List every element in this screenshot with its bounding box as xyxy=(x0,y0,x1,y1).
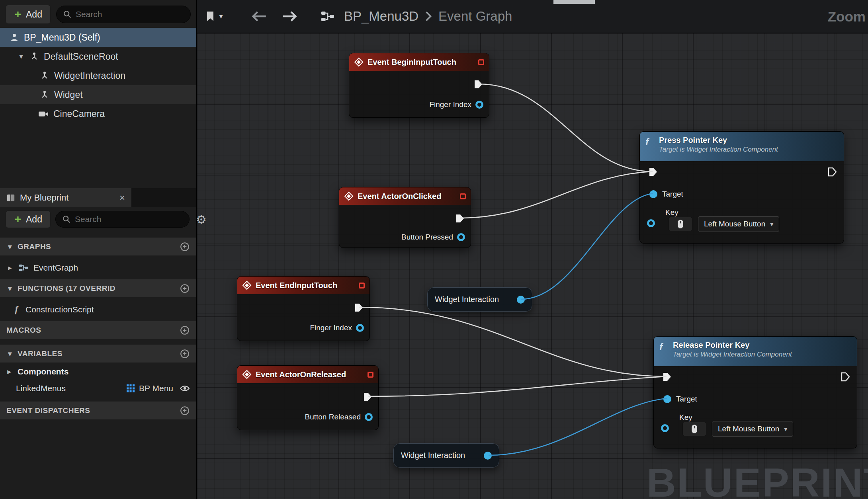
pin-label: Target xyxy=(676,395,697,403)
delegate-pin[interactable] xyxy=(368,372,373,378)
function-icon: f xyxy=(659,341,663,353)
bookmarks-button[interactable]: ▾ xyxy=(205,10,225,22)
section-graphs[interactable]: ▾ GRAPHS xyxy=(0,238,196,255)
finger-index-pin[interactable] xyxy=(475,101,483,109)
chevron-down-icon: ▾ xyxy=(770,220,773,228)
add-component-button[interactable]: Add xyxy=(6,5,51,24)
node-title: Release Pointer Key xyxy=(673,341,851,350)
key-pin[interactable] xyxy=(661,424,669,432)
tree-item-cinecamera[interactable]: CineCamera xyxy=(0,104,196,123)
wire-widgetinteraction2-to-release-target[interactable] xyxy=(489,398,667,455)
wire-widgetinteraction1-to-press-target[interactable] xyxy=(521,193,653,299)
button-released-pin[interactable] xyxy=(365,413,373,421)
pin-label: Target xyxy=(662,190,683,199)
chevron-down-icon[interactable]: ▾ xyxy=(6,242,14,251)
category-components[interactable]: ▸ Components xyxy=(0,363,196,380)
node-event-actoronreleased[interactable]: Event ActorOnReleased Button Released xyxy=(237,365,379,430)
wire-endtouch-to-releasekey[interactable] xyxy=(359,307,667,376)
wire-actorreleased-to-releasekey[interactable] xyxy=(368,376,667,396)
plus-icon xyxy=(14,10,22,18)
my-blueprint-search[interactable] xyxy=(55,211,190,228)
add-function-icon[interactable] xyxy=(180,283,190,294)
chevron-right-icon[interactable]: ▸ xyxy=(6,263,14,272)
section-functions[interactable]: ▾ FUNCTIONS (17 OVERRID xyxy=(0,279,196,297)
tree-item-defaultsceneroot[interactable]: ▾ DefaultSceneRoot xyxy=(0,47,196,66)
target-pin[interactable] xyxy=(663,395,671,403)
delegate-pin[interactable] xyxy=(359,283,365,288)
key-select-dropdown[interactable]: Left Mouse Button ▾ xyxy=(698,216,779,232)
tree-item-label: CineCamera xyxy=(53,109,105,119)
variable-linkedmenus[interactable]: LinkedMenus BP Menu xyxy=(0,380,196,397)
exec-out-pin[interactable] xyxy=(354,302,364,313)
event-graph-canvas[interactable]: BLUEPRINT Event BeginInputTouch F xyxy=(197,33,868,499)
target-pin[interactable] xyxy=(649,190,657,198)
node-widget-interaction-variable[interactable]: Widget Interaction xyxy=(427,287,532,312)
node-title: Event ActorOnReleased xyxy=(256,370,346,379)
exec-out-pin[interactable] xyxy=(827,167,837,177)
button-pressed-pin[interactable] xyxy=(457,233,465,241)
node-event-endinputtouch[interactable]: Event EndInputTouch Finger Index xyxy=(237,276,370,341)
key-pin[interactable] xyxy=(647,219,655,227)
node-press-pointer-key[interactable]: f Press Pointer Key Target is Widget Int… xyxy=(639,131,844,244)
variable-label: LinkedMenus xyxy=(16,384,66,393)
section-macros[interactable]: MACROS xyxy=(0,321,196,339)
add-event-dispatcher-icon[interactable] xyxy=(180,405,190,416)
node-event-actoronclicked[interactable]: Event ActorOnClicked Button Pressed xyxy=(339,187,471,248)
node-header: Event ActorOnReleased xyxy=(237,366,378,383)
variable-out-pin[interactable] xyxy=(484,452,492,460)
chevron-right-icon[interactable]: ▸ xyxy=(6,367,13,376)
add-macro-icon[interactable] xyxy=(180,325,190,335)
tab-my-blueprint[interactable]: My Blueprint × xyxy=(0,188,131,207)
node-widget-interaction-variable[interactable]: Widget Interaction xyxy=(393,443,499,468)
delegate-pin[interactable] xyxy=(478,59,484,65)
node-header: Event BeginInputTouch xyxy=(349,53,489,71)
chevron-down-icon[interactable]: ▾ xyxy=(6,284,14,293)
exec-out-pin[interactable] xyxy=(455,213,465,224)
wire-begintouch-to-presskey[interactable] xyxy=(479,84,653,172)
item-constructionscript[interactable]: ƒ ConstructionScript xyxy=(0,301,196,318)
add-variable-icon[interactable] xyxy=(180,349,190,359)
breadcrumb-chevron-icon xyxy=(425,10,432,22)
event-icon xyxy=(242,281,252,290)
components-search[interactable] xyxy=(56,6,191,23)
breadcrumb-event-graph[interactable]: Event Graph xyxy=(438,9,512,24)
delegate-pin[interactable] xyxy=(460,193,466,199)
add-blueprint-item-button[interactable]: Add xyxy=(6,211,51,228)
event-icon xyxy=(242,370,252,379)
add-graph-icon[interactable] xyxy=(180,242,190,252)
finger-index-pin[interactable] xyxy=(356,324,364,332)
node-release-pointer-key[interactable]: f Release Pointer Key Target is Widget I… xyxy=(653,336,857,448)
chevron-down-icon: ▾ xyxy=(784,425,787,433)
section-label: VARIABLES xyxy=(18,349,63,358)
tree-item-widget[interactable]: Widget xyxy=(0,85,196,104)
forward-button[interactable] xyxy=(281,11,298,22)
components-search-input[interactable] xyxy=(76,10,184,19)
node-event-begininputtouch[interactable]: Event BeginInputTouch Finger Index xyxy=(349,53,489,118)
exec-in-pin[interactable] xyxy=(648,167,658,177)
chevron-down-icon[interactable]: ▾ xyxy=(6,349,14,358)
add-button-label: Add xyxy=(26,9,42,20)
key-select-dropdown[interactable]: Left Mouse Button ▾ xyxy=(712,421,793,437)
expand-arrow-icon[interactable]: ▾ xyxy=(18,52,25,61)
exec-in-pin[interactable] xyxy=(662,372,672,382)
wire-actorclicked-to-presskey[interactable] xyxy=(460,172,653,218)
section-variables[interactable]: ▾ VARIABLES xyxy=(0,345,196,363)
section-event-dispatchers[interactable]: EVENT DISPATCHERS xyxy=(0,402,196,419)
exec-out-pin[interactable] xyxy=(473,79,483,90)
variable-out-pin[interactable] xyxy=(517,296,525,304)
my-blueprint-search-input[interactable] xyxy=(75,214,183,224)
exec-out-pin[interactable] xyxy=(840,372,850,382)
breadcrumb-blueprint[interactable]: BP_Menu3D xyxy=(344,9,418,24)
node-subtitle: Target is Widget Interaction Component xyxy=(659,146,838,154)
tree-item-widgetinteraction[interactable]: WidgetInteraction xyxy=(0,66,196,85)
exec-out-pin[interactable] xyxy=(362,392,373,402)
back-button[interactable] xyxy=(251,11,268,22)
tree-item-bp-menu3d[interactable]: BP_Menu3D (Self) xyxy=(0,28,196,47)
settings-gear-icon[interactable]: ⚙ xyxy=(194,212,208,226)
close-icon[interactable]: × xyxy=(119,192,125,203)
eye-icon[interactable] xyxy=(180,385,190,392)
item-eventgraph[interactable]: ▸ EventGraph xyxy=(0,259,196,276)
output-pin-row: Finger Index xyxy=(310,324,364,332)
blueprint-book-icon xyxy=(6,193,15,202)
key-pin-label: Key xyxy=(665,208,678,217)
